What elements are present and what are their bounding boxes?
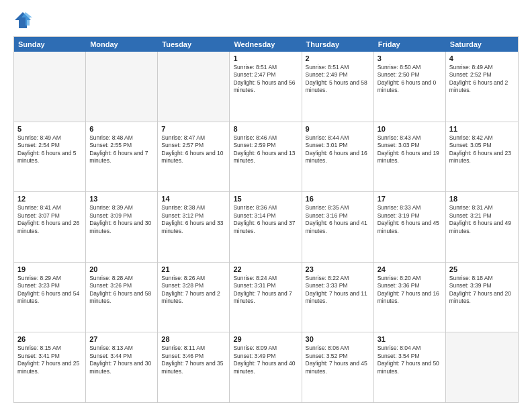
day-number: 13 <box>89 195 154 203</box>
cell-info: Sunrise: 8:29 AMSunset: 3:23 PMDaylight:… <box>17 275 82 306</box>
calendar-cell-26: 26Sunrise: 8:15 AMSunset: 3:41 PMDayligh… <box>14 332 86 402</box>
calendar: SundayMondayTuesdayWednesdayThursdayFrid… <box>13 36 519 403</box>
day-number: 3 <box>378 54 442 62</box>
day-number: 1 <box>233 54 298 62</box>
day-number: 10 <box>378 125 442 133</box>
day-number: 4 <box>449 54 515 62</box>
calendar-cell-30: 30Sunrise: 8:06 AMSunset: 3:52 PMDayligh… <box>302 332 374 402</box>
cell-info: Sunrise: 8:44 AMSunset: 3:01 PMDaylight:… <box>306 134 370 165</box>
logo-icon <box>13 11 32 30</box>
calendar-cell-4: 4Sunrise: 8:49 AMSunset: 2:52 PMDaylight… <box>446 52 518 122</box>
cell-info: Sunrise: 8:49 AMSunset: 2:52 PMDaylight:… <box>449 64 515 95</box>
cell-info: Sunrise: 8:38 AMSunset: 3:12 PMDaylight:… <box>161 204 226 235</box>
calendar-cell-14: 14Sunrise: 8:38 AMSunset: 3:12 PMDayligh… <box>158 192 230 262</box>
calendar-cell-15: 15Sunrise: 8:36 AMSunset: 3:14 PMDayligh… <box>230 192 302 262</box>
cell-info: Sunrise: 8:20 AMSunset: 3:36 PMDaylight:… <box>378 275 442 306</box>
logo <box>13 11 35 30</box>
calendar-cell-empty-4-6 <box>446 332 518 402</box>
day-number: 18 <box>449 195 515 203</box>
cell-info: Sunrise: 8:15 AMSunset: 3:41 PMDaylight:… <box>17 345 82 375</box>
cell-info: Sunrise: 8:28 AMSunset: 3:26 PMDaylight:… <box>89 275 154 306</box>
cell-info: Sunrise: 8:51 AMSunset: 2:47 PMDaylight:… <box>233 64 298 95</box>
day-number: 20 <box>89 265 154 273</box>
cell-info: Sunrise: 8:06 AMSunset: 3:52 PMDaylight:… <box>306 345 370 375</box>
header-day-saturday: Saturday <box>446 37 518 52</box>
header-day-monday: Monday <box>86 37 158 52</box>
calendar-cell-2: 2Sunrise: 8:51 AMSunset: 2:49 PMDaylight… <box>302 52 374 122</box>
cell-info: Sunrise: 8:51 AMSunset: 2:49 PMDaylight:… <box>306 64 370 95</box>
cell-info: Sunrise: 8:04 AMSunset: 3:54 PMDaylight:… <box>378 345 442 375</box>
day-number: 5 <box>17 125 82 133</box>
cell-info: Sunrise: 8:35 AMSunset: 3:16 PMDaylight:… <box>306 204 370 235</box>
day-number: 23 <box>306 265 370 273</box>
calendar-cell-8: 8Sunrise: 8:46 AMSunset: 2:59 PMDaylight… <box>230 122 302 192</box>
calendar-cell-5: 5Sunrise: 8:49 AMSunset: 2:54 PMDaylight… <box>14 122 86 192</box>
calendar-cell-1: 1Sunrise: 8:51 AMSunset: 2:47 PMDaylight… <box>230 52 302 122</box>
header-day-thursday: Thursday <box>302 37 374 52</box>
day-number: 6 <box>89 125 154 133</box>
calendar-cell-empty-0-2 <box>158 52 230 122</box>
calendar-cell-25: 25Sunrise: 8:18 AMSunset: 3:39 PMDayligh… <box>446 263 518 332</box>
day-number: 27 <box>89 335 154 343</box>
calendar-cell-21: 21Sunrise: 8:26 AMSunset: 3:28 PMDayligh… <box>158 263 230 332</box>
calendar-cell-28: 28Sunrise: 8:11 AMSunset: 3:46 PMDayligh… <box>158 332 230 402</box>
page: SundayMondayTuesdayWednesdayThursdayFrid… <box>0 0 532 411</box>
calendar-cell-6: 6Sunrise: 8:48 AMSunset: 2:55 PMDaylight… <box>86 122 158 192</box>
calendar-cell-16: 16Sunrise: 8:35 AMSunset: 3:16 PMDayligh… <box>302 192 374 262</box>
cell-info: Sunrise: 8:48 AMSunset: 2:55 PMDaylight:… <box>89 134 154 165</box>
calendar-cell-17: 17Sunrise: 8:33 AMSunset: 3:19 PMDayligh… <box>374 192 446 262</box>
day-number: 28 <box>161 335 226 343</box>
day-number: 29 <box>233 335 298 343</box>
cell-info: Sunrise: 8:46 AMSunset: 2:59 PMDaylight:… <box>233 134 298 165</box>
header-day-tuesday: Tuesday <box>158 37 230 52</box>
cell-info: Sunrise: 8:26 AMSunset: 3:28 PMDaylight:… <box>161 275 226 306</box>
cell-info: Sunrise: 8:22 AMSunset: 3:33 PMDaylight:… <box>306 275 370 306</box>
header <box>13 11 519 30</box>
calendar-row-1: 5Sunrise: 8:49 AMSunset: 2:54 PMDaylight… <box>14 122 518 193</box>
day-number: 12 <box>17 195 82 203</box>
cell-info: Sunrise: 8:43 AMSunset: 3:03 PMDaylight:… <box>378 134 442 165</box>
day-number: 17 <box>378 195 442 203</box>
calendar-cell-22: 22Sunrise: 8:24 AMSunset: 3:31 PMDayligh… <box>230 263 302 332</box>
day-number: 19 <box>17 265 82 273</box>
day-number: 9 <box>306 125 370 133</box>
calendar-cell-31: 31Sunrise: 8:04 AMSunset: 3:54 PMDayligh… <box>374 332 446 402</box>
calendar-cell-10: 10Sunrise: 8:43 AMSunset: 3:03 PMDayligh… <box>374 122 446 192</box>
calendar-cell-3: 3Sunrise: 8:50 AMSunset: 2:50 PMDaylight… <box>374 52 446 122</box>
day-number: 7 <box>161 125 226 133</box>
cell-info: Sunrise: 8:18 AMSunset: 3:39 PMDaylight:… <box>449 275 515 306</box>
day-number: 15 <box>233 195 298 203</box>
header-day-friday: Friday <box>374 37 446 52</box>
cell-info: Sunrise: 8:36 AMSunset: 3:14 PMDaylight:… <box>233 204 298 235</box>
day-number: 21 <box>161 265 226 273</box>
day-number: 11 <box>449 125 515 133</box>
day-number: 14 <box>161 195 226 203</box>
calendar-cell-empty-0-0 <box>14 52 86 122</box>
calendar-row-4: 26Sunrise: 8:15 AMSunset: 3:41 PMDayligh… <box>14 332 518 402</box>
calendar-row-2: 12Sunrise: 8:41 AMSunset: 3:07 PMDayligh… <box>14 192 518 263</box>
cell-info: Sunrise: 8:42 AMSunset: 3:05 PMDaylight:… <box>449 134 515 165</box>
calendar-cell-19: 19Sunrise: 8:29 AMSunset: 3:23 PMDayligh… <box>14 263 86 332</box>
day-number: 24 <box>378 265 442 273</box>
cell-info: Sunrise: 8:11 AMSunset: 3:46 PMDaylight:… <box>161 345 226 375</box>
cell-info: Sunrise: 8:49 AMSunset: 2:54 PMDaylight:… <box>17 134 82 165</box>
calendar-cell-24: 24Sunrise: 8:20 AMSunset: 3:36 PMDayligh… <box>374 263 446 332</box>
day-number: 22 <box>233 265 298 273</box>
calendar-cell-29: 29Sunrise: 8:09 AMSunset: 3:49 PMDayligh… <box>230 332 302 402</box>
day-number: 30 <box>306 335 370 343</box>
calendar-row-0: 1Sunrise: 8:51 AMSunset: 2:47 PMDaylight… <box>14 52 518 122</box>
cell-info: Sunrise: 8:33 AMSunset: 3:19 PMDaylight:… <box>378 204 442 235</box>
cell-info: Sunrise: 8:09 AMSunset: 3:49 PMDaylight:… <box>233 345 298 375</box>
calendar-cell-20: 20Sunrise: 8:28 AMSunset: 3:26 PMDayligh… <box>86 263 158 332</box>
calendar-cell-empty-0-1 <box>86 52 158 122</box>
day-number: 2 <box>306 54 370 62</box>
day-number: 31 <box>378 335 442 343</box>
calendar-cell-18: 18Sunrise: 8:31 AMSunset: 3:21 PMDayligh… <box>446 192 518 262</box>
day-number: 16 <box>306 195 370 203</box>
day-number: 26 <box>17 335 82 343</box>
cell-info: Sunrise: 8:31 AMSunset: 3:21 PMDaylight:… <box>449 204 515 235</box>
header-day-sunday: Sunday <box>14 37 86 52</box>
cell-info: Sunrise: 8:50 AMSunset: 2:50 PMDaylight:… <box>378 64 442 95</box>
calendar-header: SundayMondayTuesdayWednesdayThursdayFrid… <box>14 37 518 52</box>
calendar-cell-7: 7Sunrise: 8:47 AMSunset: 2:57 PMDaylight… <box>158 122 230 192</box>
